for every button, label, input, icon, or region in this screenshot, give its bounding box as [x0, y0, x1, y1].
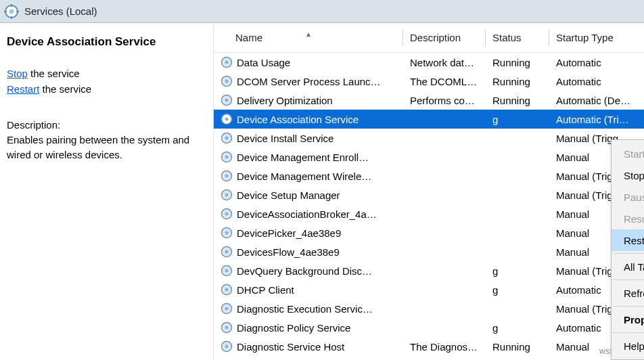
service-status: g — [486, 265, 549, 277]
list-pane: ▲ Name Description Status Startup Type D… — [214, 23, 644, 360]
service-row[interactable]: Device Install ServiceManual (Trigg… — [214, 129, 644, 148]
svg-point-17 — [225, 156, 229, 159]
service-row[interactable]: Device Management Wirele…Manual (Trigg… — [214, 166, 644, 185]
service-row[interactable]: DevicePicker_4ae38e9Manual — [214, 223, 644, 242]
service-gear-icon — [221, 302, 233, 315]
service-row[interactable]: Diagnostic Execution Servic…Manual (Trig… — [214, 299, 644, 318]
service-row[interactable]: DevQuery Background Disc…gManual (Trigg… — [214, 261, 644, 280]
detail-pane: Device Association Service Stop the serv… — [0, 23, 214, 360]
service-gear-icon — [221, 132, 233, 144]
stop-line: Stop the service — [7, 68, 206, 79]
service-status: Running — [486, 57, 549, 68]
restart-suffix: the service — [39, 83, 91, 95]
col-description[interactable]: Description — [403, 32, 486, 43]
menu-separator — [613, 332, 644, 333]
service-description: Network dat… — [403, 57, 486, 68]
service-gear-icon — [221, 94, 233, 106]
svg-point-27 — [225, 250, 229, 254]
menu-separator — [613, 253, 644, 254]
service-gear-icon — [221, 340, 233, 353]
service-row[interactable]: DeviceAssociationBroker_4a…Manual — [214, 204, 644, 223]
stop-link[interactable]: Stop — [7, 68, 28, 79]
svg-point-25 — [225, 231, 229, 235]
menu-separator — [613, 306, 644, 307]
svg-point-21 — [225, 194, 229, 197]
service-gear-icon — [221, 75, 233, 87]
description-text: Enables pairing between the system and w… — [7, 133, 206, 162]
service-description: Performs co… — [403, 95, 486, 106]
svg-point-33 — [225, 307, 229, 311]
service-name: DeviceAssociationBroker_4a… — [237, 208, 377, 220]
col-startup[interactable]: Startup Type — [549, 32, 644, 43]
svg-point-19 — [225, 175, 229, 178]
service-name: Diagnostic Policy Service — [237, 322, 350, 334]
service-row[interactable]: Diagnostic Policy ServicegAutomatic — [214, 318, 644, 337]
service-status: Running — [486, 76, 549, 87]
service-row[interactable]: DHCP ClientgAutomatic — [214, 280, 644, 299]
service-row[interactable]: Device Setup ManagerManual (Trigg… — [214, 185, 644, 204]
service-name: DevicesFlow_4ae38e9 — [237, 246, 340, 258]
service-name: Data Usage — [237, 57, 290, 68]
svg-point-1 — [9, 9, 14, 14]
service-name: Delivery Optimization — [237, 95, 333, 106]
menu-refresh[interactable]: Refresh — [612, 282, 644, 304]
menu-pause: Pause — [612, 186, 644, 208]
service-gear-icon — [221, 189, 233, 201]
description-label: Description: — [7, 118, 206, 133]
service-row[interactable]: DevicesFlow_4ae38e9Manual — [214, 242, 644, 261]
menu-help[interactable]: Help — [612, 335, 644, 357]
service-name: DHCP Client — [237, 284, 294, 296]
service-row[interactable]: Data UsageNetwork dat…RunningAutomatic — [214, 53, 644, 72]
service-name: Device Association Service — [237, 114, 359, 125]
svg-point-35 — [225, 326, 229, 330]
svg-point-37 — [225, 345, 229, 348]
service-name: Diagnostic Execution Servic… — [237, 303, 373, 315]
selected-service-title: Device Association Service — [7, 35, 206, 49]
service-status: Running — [486, 95, 549, 106]
service-gear-icon — [221, 246, 233, 258]
service-row[interactable]: DCOM Server Process Launc…The DCOML…Runn… — [214, 72, 644, 91]
service-gear-icon — [221, 170, 233, 182]
stop-suffix: the service — [28, 68, 80, 79]
service-status: g — [486, 284, 549, 296]
service-name: Device Management Wirele… — [237, 171, 371, 182]
service-row[interactable]: Diagnostic Service HostThe Diagnos…Runni… — [214, 337, 644, 356]
restart-line: Restart the service — [7, 83, 206, 95]
service-gear-icon — [221, 227, 233, 239]
service-name: DevQuery Background Disc… — [237, 265, 372, 277]
service-startup: Automatic (Tri… — [549, 114, 644, 125]
col-name-label: Name — [221, 32, 262, 43]
col-status[interactable]: Status — [486, 32, 549, 43]
menu-restart[interactable]: Restart — [612, 229, 644, 251]
svg-point-7 — [225, 61, 229, 64]
svg-point-29 — [225, 269, 229, 273]
svg-point-31 — [225, 288, 229, 292]
service-startup: Automatic — [549, 57, 644, 68]
service-name: DCOM Server Process Launc… — [237, 76, 381, 87]
service-gear-icon — [221, 284, 233, 296]
service-rows: Data UsageNetwork dat…RunningAutomaticDC… — [214, 53, 644, 356]
service-row[interactable]: Delivery OptimizationPerforms co…Running… — [214, 91, 644, 110]
column-headers: ▲ Name Description Status Startup Type — [214, 23, 644, 53]
service-gear-icon — [221, 265, 233, 277]
menu-stop[interactable]: Stop — [612, 164, 644, 186]
service-status: g — [486, 322, 549, 334]
svg-point-13 — [225, 118, 229, 121]
service-name: Device Setup Manager — [237, 189, 340, 201]
service-gear-icon — [221, 208, 233, 220]
svg-point-23 — [225, 212, 229, 216]
col-name[interactable]: ▲ Name — [214, 37, 403, 38]
service-description: The Diagnos… — [403, 341, 486, 353]
menu-all-tasks[interactable]: All Tasks ▶ — [612, 256, 644, 277]
service-gear-icon — [221, 151, 233, 163]
service-name: Device Install Service — [237, 133, 334, 144]
service-gear-icon — [221, 113, 233, 125]
header-bar: Services (Local) — [0, 0, 644, 23]
service-row[interactable]: Device Management Enroll…Manual — [214, 148, 644, 166]
menu-start: Start — [612, 143, 644, 164]
menu-properties[interactable]: Properties — [612, 309, 644, 330]
restart-link[interactable]: Restart — [7, 83, 39, 95]
service-row[interactable]: Device Association ServicegAutomatic (Tr… — [214, 110, 644, 129]
service-description: The DCOML… — [403, 76, 486, 87]
svg-point-15 — [225, 137, 229, 140]
